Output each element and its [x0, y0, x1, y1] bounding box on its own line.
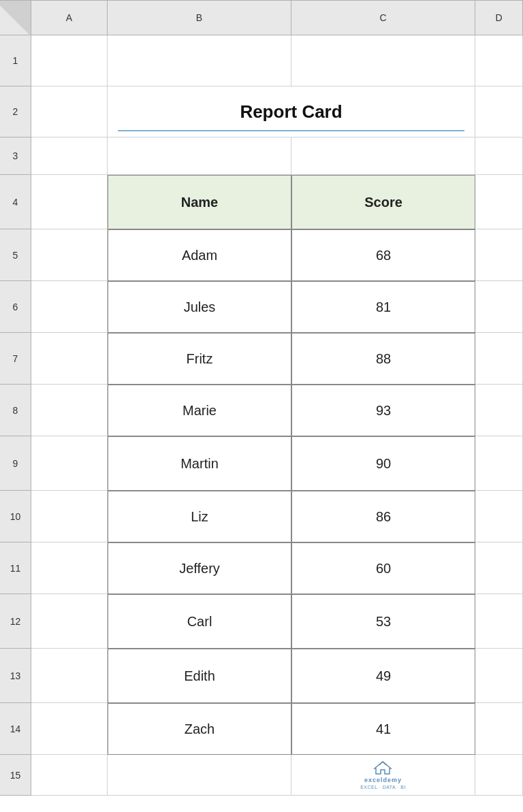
cell-1a[interactable]	[31, 35, 108, 86]
score-marie[interactable]: 93	[291, 385, 475, 436]
cell-15c: exceldemy EXCEL · DATA · BI	[291, 755, 475, 796]
cell-1b[interactable]	[108, 35, 291, 86]
score-fritz[interactable]: 88	[291, 333, 475, 385]
row-3: 3	[0, 137, 523, 175]
name-fritz[interactable]: Fritz	[108, 333, 291, 385]
score-carl[interactable]: 53	[291, 594, 475, 649]
cell-12d[interactable]	[475, 594, 523, 649]
cell-3d[interactable]	[475, 137, 523, 175]
cell-13a[interactable]	[31, 649, 108, 703]
cell-4d[interactable]	[475, 175, 523, 229]
cell-2a[interactable]	[31, 86, 108, 137]
row-15: 15 exceldemy EXCEL · DATA · BI	[0, 755, 523, 796]
row-num-13: 13	[0, 649, 31, 703]
name-header[interactable]: Name	[108, 175, 291, 229]
row-num-9: 9	[0, 436, 31, 491]
row-num-11: 11	[0, 542, 31, 594]
name-marie[interactable]: Marie	[108, 385, 291, 436]
cell-15d[interactable]	[475, 755, 523, 796]
row-8: 8 Marie 93	[0, 385, 523, 436]
col-header-b: B	[108, 0, 291, 35]
cell-11d[interactable]	[475, 542, 523, 594]
row-4: 4 Name Score	[0, 175, 523, 229]
row-10: 10 Liz 86	[0, 491, 523, 542]
cell-3b[interactable]	[108, 137, 291, 175]
logo-icon	[373, 760, 392, 775]
cell-13d[interactable]	[475, 649, 523, 703]
cell-9a[interactable]	[31, 436, 108, 491]
corner-cell	[0, 0, 31, 35]
cell-7a[interactable]	[31, 333, 108, 385]
row-num-6: 6	[0, 281, 31, 333]
cell-15b	[108, 755, 291, 796]
cell-2d[interactable]	[475, 86, 523, 137]
score-martin[interactable]: 90	[291, 436, 475, 491]
row-num-8: 8	[0, 385, 31, 436]
cell-6d[interactable]	[475, 281, 523, 333]
cell-10d[interactable]	[475, 491, 523, 542]
row-num-4: 4	[0, 175, 31, 229]
cell-5d[interactable]	[475, 229, 523, 281]
name-liz[interactable]: Liz	[108, 491, 291, 542]
col-header-c: C	[291, 0, 475, 35]
row-11: 11 Jeffery 60	[0, 542, 523, 594]
score-adam[interactable]: 68	[291, 229, 475, 281]
name-edith[interactable]: Edith	[108, 649, 291, 703]
cell-8a[interactable]	[31, 385, 108, 436]
name-jules[interactable]: Jules	[108, 281, 291, 333]
cell-3c[interactable]	[291, 137, 475, 175]
score-jules[interactable]: 81	[291, 281, 475, 333]
row-5: 5 Adam 68	[0, 229, 523, 281]
cell-11a[interactable]	[31, 542, 108, 594]
row-1: 1	[0, 35, 523, 86]
row-num-10: 10	[0, 491, 31, 542]
report-card-title[interactable]: Report Card	[108, 86, 475, 137]
row-2: 2 Report Card	[0, 86, 523, 137]
row-num-14: 14	[0, 703, 31, 755]
row-num-5: 5	[0, 229, 31, 281]
name-jeffery[interactable]: Jeffery	[108, 542, 291, 594]
name-martin[interactable]: Martin	[108, 436, 291, 491]
row-num-1: 1	[0, 35, 31, 86]
svg-line-2	[383, 762, 386, 765]
score-jeffery[interactable]: 60	[291, 542, 475, 594]
cell-1d[interactable]	[475, 35, 523, 86]
score-zach[interactable]: 41	[291, 703, 475, 755]
exceldemy-logo: exceldemy EXCEL · DATA · BI	[360, 760, 406, 790]
row-13: 13 Edith 49	[0, 649, 523, 703]
cell-10a[interactable]	[31, 491, 108, 542]
score-liz[interactable]: 86	[291, 491, 475, 542]
name-zach[interactable]: Zach	[108, 703, 291, 755]
cell-14d[interactable]	[475, 703, 523, 755]
row-14: 14 Zach 41	[0, 703, 523, 755]
row-12: 12 Carl 53	[0, 594, 523, 649]
row-num-15: 15	[0, 755, 31, 796]
cell-1c[interactable]	[291, 35, 475, 86]
cell-12a[interactable]	[31, 594, 108, 649]
cell-3a[interactable]	[31, 137, 108, 175]
cell-6a[interactable]	[31, 281, 108, 333]
svg-marker-0	[375, 762, 391, 774]
cell-4a[interactable]	[31, 175, 108, 229]
name-adam[interactable]: Adam	[108, 229, 291, 281]
cell-14a[interactable]	[31, 703, 108, 755]
logo-brand: exceldemy	[364, 777, 402, 783]
cell-5a[interactable]	[31, 229, 108, 281]
row-7: 7 Fritz 88	[0, 333, 523, 385]
name-carl[interactable]: Carl	[108, 594, 291, 649]
row-num-12: 12	[0, 594, 31, 649]
row-9: 9 Martin 90	[0, 436, 523, 491]
col-header-a: A	[31, 0, 108, 35]
score-header[interactable]: Score	[291, 175, 475, 229]
cell-9d[interactable]	[475, 436, 523, 491]
cell-7d[interactable]	[475, 333, 523, 385]
row-6: 6 Jules 81	[0, 281, 523, 333]
svg-line-1	[379, 762, 383, 765]
row-num-7: 7	[0, 333, 31, 385]
col-header-d: D	[475, 0, 523, 35]
score-edith[interactable]: 49	[291, 649, 475, 703]
cell-15a[interactable]	[31, 755, 108, 796]
cell-8d[interactable]	[475, 385, 523, 436]
column-header-row: A B C D	[0, 0, 523, 35]
row-num-2: 2	[0, 86, 31, 137]
